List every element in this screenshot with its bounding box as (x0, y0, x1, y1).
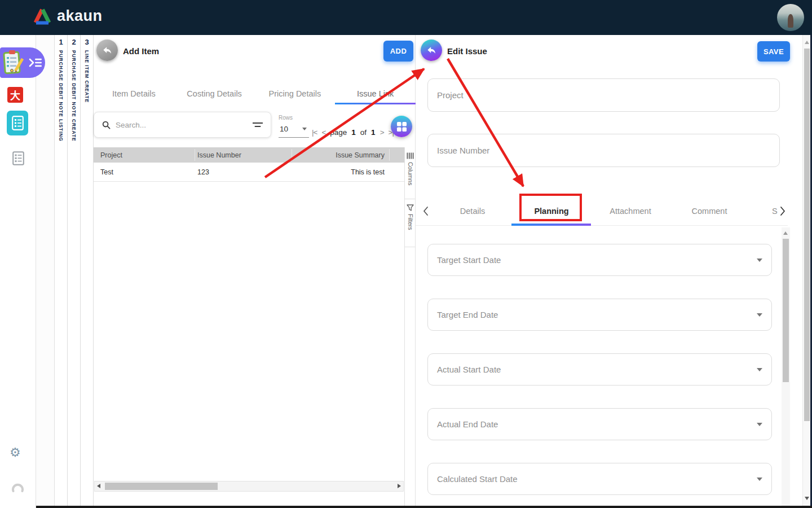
actual-start-date-select[interactable]: Actual Start Date (427, 353, 772, 386)
list-app-icon[interactable] (12, 151, 24, 168)
workspace-tab-purchase-debit-note-create[interactable]: 2 PURCHASE DEBIT NOTE CREATE (68, 35, 81, 508)
rail-gap-strip (36, 35, 55, 508)
next-page-button[interactable]: > (380, 128, 384, 137)
columns-side-tab[interactable]: Columns (405, 147, 416, 199)
list-outline-icon (12, 151, 24, 165)
person-arc-icon (11, 480, 24, 493)
chevron-down-icon (757, 368, 762, 371)
prev-page-button[interactable]: < (321, 128, 325, 137)
target-end-date-select[interactable]: Target End Date (427, 299, 772, 331)
scroll-up-arrow-icon[interactable] (805, 41, 809, 44)
active-tab-underline (335, 103, 416, 104)
of-label: of (360, 128, 367, 137)
window-bottom-edge (0, 506, 812, 508)
panel-title: Edit Issue (447, 46, 487, 56)
field-label: Actual Start Date (437, 365, 501, 374)
search-input[interactable] (116, 121, 253, 129)
page-label: page (330, 128, 347, 137)
column-divider (195, 149, 195, 161)
form-scrollbar-thumb[interactable] (783, 239, 789, 382)
workspace-tab-strip: 1 PURCHASE DEBIT NOTE LISTING 2 PURCHASE… (55, 35, 94, 508)
project-field[interactable]: Project (427, 78, 780, 112)
back-arrow-icon (426, 45, 437, 56)
settings-gear-icon[interactable]: ⚙ (10, 446, 21, 459)
panel-title: Add Item (123, 46, 159, 56)
issue-link-table: Project Issue Number Issue Summary Test … (94, 147, 404, 182)
column-header-issue-summary: Issue Summary (292, 151, 385, 159)
pdf-glyph: 大 (10, 87, 20, 102)
ledger-app-icon[interactable] (7, 111, 28, 135)
scroll-right-arrow-icon[interactable] (398, 484, 401, 488)
horizontal-scrollbar[interactable] (94, 481, 404, 492)
back-button[interactable] (96, 40, 118, 61)
grid-view-button[interactable] (391, 116, 412, 137)
add-button[interactable]: ADD (383, 41, 413, 62)
tab-partial[interactable]: S (772, 207, 778, 216)
column-divider (292, 149, 292, 161)
chevron-down-icon (757, 423, 762, 426)
tabs-scroll-right-button[interactable] (779, 206, 786, 216)
horizontal-scrollbar-thumb[interactable] (105, 483, 218, 490)
calculated-start-date-select[interactable]: Calculated Start Date (427, 463, 772, 495)
page-vertical-scrollbar[interactable] (802, 35, 810, 508)
columns-icon (407, 152, 414, 159)
chevron-right-icon (779, 206, 786, 216)
back-button[interactable] (421, 40, 442, 61)
workspace-tab-line-item-create[interactable]: 3 LINE ITEM CREATE (81, 35, 94, 508)
project-field-label: Project (437, 90, 464, 100)
workspace-tab-label: PURCHASE DEBIT NOTE CREATE (71, 50, 77, 142)
field-label: Target Start Date (437, 255, 501, 265)
table-row[interactable]: Test 123 This is test (94, 163, 404, 182)
left-icon-rail: 大 ⚙ (0, 35, 36, 508)
edit-issue-tab-bar: Details Planning Attachment Comment S (416, 198, 788, 226)
tab-details[interactable]: Details (433, 198, 512, 226)
search-box (94, 112, 271, 138)
workspace-tab-purchase-debit-note-listing[interactable]: 1 PURCHASE DEBIT NOTE LISTING (55, 35, 68, 508)
tab-pricing-details[interactable]: Pricing Details (255, 86, 336, 105)
cell-issue-summary: This is test (292, 168, 385, 176)
filter-funnel-icon (407, 204, 414, 211)
add-item-tab-bar: Item Details Costing Details Pricing Det… (94, 86, 416, 105)
filter-sort-icon[interactable] (253, 121, 263, 128)
user-avatar[interactable] (777, 4, 804, 31)
columns-tab-label: Columns (407, 162, 414, 185)
app-window: akaun 大 (0, 0, 812, 508)
scroll-left-arrow-icon[interactable] (97, 484, 100, 488)
rows-value: 10 (279, 124, 309, 138)
total-pages: 1 (371, 128, 376, 137)
brand-logo: akaun (33, 7, 103, 25)
top-app-bar: akaun (0, 0, 812, 35)
tabs-scroll-left-button[interactable] (422, 206, 429, 216)
gear-glyph: ⚙ (10, 445, 21, 459)
actual-end-date-select[interactable]: Actual End Date (427, 408, 772, 440)
page-scrollbar-thumb[interactable] (804, 49, 810, 421)
pdf-app-icon[interactable]: 大 (7, 87, 23, 103)
tab-attachment[interactable]: Attachment (591, 198, 670, 226)
edit-issue-panel: Edit Issue SAVE Project Issue Number Det… (416, 35, 802, 508)
search-icon (102, 121, 111, 129)
column-divider (389, 149, 390, 161)
akaun-triangle-icon (33, 7, 52, 25)
table-side-strip: Columns Filters (404, 147, 416, 508)
scroll-down-arrow-icon[interactable] (805, 497, 809, 500)
save-button[interactable]: SAVE (757, 41, 790, 62)
issue-number-field[interactable]: Issue Number (427, 134, 780, 167)
workspace-tab-number: 1 (59, 38, 63, 46)
active-app-icon[interactable] (0, 47, 45, 78)
cell-project: Test (94, 168, 197, 176)
account-icon[interactable] (11, 480, 24, 495)
field-label: Actual End Date (437, 419, 498, 429)
tab-comment[interactable]: Comment (670, 198, 749, 226)
filters-side-tab[interactable]: Filters (405, 199, 416, 247)
rows-per-page-select[interactable]: Rows 10 (279, 115, 309, 138)
form-vertical-scrollbar[interactable] (782, 227, 790, 508)
tab-costing-details[interactable]: Costing Details (174, 86, 255, 105)
tab-planning[interactable]: Planning (512, 198, 591, 226)
tab-issue-link[interactable]: Issue Link (335, 86, 416, 105)
scroll-up-arrow-icon[interactable] (783, 231, 788, 235)
first-page-button[interactable]: |< (312, 128, 317, 137)
issue-number-field-label: Issue Number (437, 146, 489, 155)
tab-item-details[interactable]: Item Details (94, 86, 174, 105)
column-header-issue-number: Issue Number (197, 151, 292, 159)
target-start-date-select[interactable]: Target Start Date (427, 244, 772, 276)
